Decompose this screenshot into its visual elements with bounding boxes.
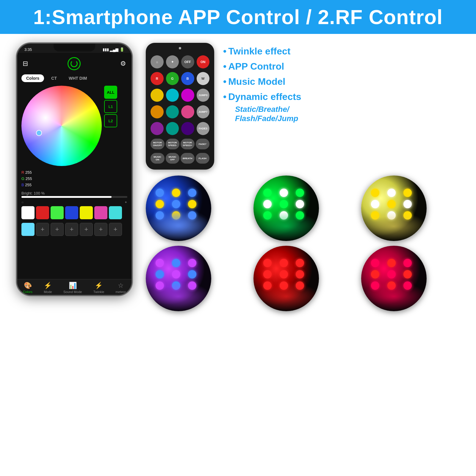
meteor-icon: ☆ [118, 282, 124, 289]
settings-icon[interactable]: ⚙ [120, 60, 126, 68]
nav-twinkle[interactable]: ⚡ Twinkle [93, 282, 104, 294]
remote-btn-mode2[interactable]: ✦ [166, 55, 179, 68]
right-section: ☼ ✦ OFF ON R G B W JUMP3 [146, 43, 464, 311]
app-top-bar: ⊟ ⚙ [21, 55, 127, 73]
swatch-add-1[interactable]: + [36, 223, 49, 236]
features-list: • Twinkle effect • APP Control • Music M… [223, 43, 464, 126]
swatch-cyan[interactable] [109, 206, 122, 219]
nav-meteor-label: meteor [116, 290, 126, 294]
remote-btn-motor-speed-up[interactable]: MOTOR SPEED+ [181, 139, 195, 149]
swatch-pink[interactable] [94, 206, 107, 219]
brightness-fill [21, 196, 112, 198]
nav-colors[interactable]: 🎨 Colors [23, 282, 32, 294]
led-dot [172, 259, 180, 267]
remote-btn-jump7[interactable]: JUMP7 [197, 105, 210, 118]
feature-twinkle-text: Twinkle effect [228, 46, 290, 57]
color-wheel[interactable] [21, 86, 102, 166]
nav-sound-mode[interactable]: 📊 Sound Mode [63, 282, 82, 294]
nav-meteor[interactable]: ☆ meteor [116, 282, 126, 294]
remote-btn-w[interactable]: W [197, 72, 210, 85]
remote-btn-g[interactable]: G [166, 72, 179, 85]
swatch-add-6[interactable]: + [109, 223, 122, 236]
led-dot [387, 200, 396, 208]
nav-mode[interactable]: ⚡ Mode [44, 282, 52, 294]
phone-signal: ▮▮▮ ▂▄▆ 🔋 [103, 47, 124, 52]
channel-l2[interactable]: L2 [104, 114, 117, 127]
remote-btn-fade3[interactable]: FADE3 [197, 122, 210, 135]
brightness-label: Bright: 100 % [21, 191, 127, 195]
led-dot [188, 270, 196, 278]
led-dot [387, 259, 396, 267]
led-dot [263, 200, 272, 208]
remote-btn-purple[interactable] [151, 122, 164, 135]
led-glow-6 [361, 282, 427, 311]
remote-btn-motor-speed-down[interactable]: MOTOR SPEED- [166, 139, 180, 149]
feature-sub-text: Static/Breathe/Flash/Fade/Jump [235, 105, 464, 123]
led-dot [172, 270, 180, 278]
remote-btn-teal2[interactable] [166, 122, 179, 135]
swatch-white[interactable] [21, 206, 35, 219]
feature-app: • APP Control [223, 61, 464, 72]
phone-bottom-nav: 🎨 Colors ⚡ Mode 📊 Sound Mode ⚡ Twinkle ☆ [17, 279, 131, 295]
rgb-g-label: G [21, 176, 24, 181]
remote-btn-r[interactable]: R [151, 72, 164, 85]
remote-btn-music-off[interactable]: MUSIC OFF [166, 153, 180, 164]
led-dot [156, 270, 164, 278]
led-dot [403, 259, 412, 267]
power-button[interactable] [68, 57, 81, 70]
color-wheel-container: ALL L1 L2 [21, 86, 127, 166]
remote-btn-magenta[interactable] [181, 89, 194, 102]
remote-btn-pink[interactable] [181, 105, 194, 118]
channel-l1[interactable]: L1 [104, 100, 117, 113]
remote-btn-b[interactable]: B [181, 72, 194, 85]
remote-btn-music-on[interactable]: MUSIC ON [151, 153, 165, 164]
led-dot [188, 211, 196, 220]
led-dot [263, 270, 272, 278]
tab-ct[interactable]: CT [46, 74, 62, 82]
swatch-add-3[interactable]: + [65, 223, 78, 236]
swatch-add-2[interactable]: + [51, 223, 64, 236]
channel-all[interactable]: ALL [104, 86, 117, 99]
led-dot [387, 270, 396, 278]
remote-btn-jump3[interactable]: JUMP3 [197, 89, 210, 102]
led-dot [371, 259, 379, 267]
remote-btn-yellow[interactable] [151, 89, 164, 102]
feature-app-text: APP Control [228, 61, 284, 72]
led-glow-4 [146, 282, 211, 311]
swatch-yellow[interactable] [80, 206, 93, 219]
remote-motor-row: MOTOR ON/OFF MOTOR SPEED- MOTOR SPEED+ F… [151, 139, 209, 149]
rgb-values: R 255 G 255 B 255 [21, 170, 127, 188]
brightness-bar[interactable] [21, 196, 127, 198]
phone-notch [54, 44, 95, 51]
sliders-icon[interactable]: ⊟ [23, 60, 28, 68]
led-dot [296, 259, 304, 267]
swatch-add-4[interactable]: + [80, 223, 93, 236]
remote-btn-mode1[interactable]: ☼ [151, 55, 164, 68]
led-dot [156, 211, 164, 220]
color-swatches [21, 206, 127, 219]
color-wheel-handle[interactable] [36, 130, 42, 136]
remote-btn-fade7[interactable]: FADE7 [196, 139, 210, 149]
led-dot [172, 200, 180, 208]
remote-btn-cyan[interactable] [166, 89, 179, 102]
swatch-red[interactable] [36, 206, 49, 219]
remote-btn-flash[interactable]: FLASH [196, 153, 210, 164]
remote-btn-off[interactable]: OFF [181, 55, 194, 68]
remote-btn-breath[interactable]: BREATH [181, 153, 195, 164]
swatch-add-5[interactable]: + [94, 223, 107, 236]
remote-btn-darkpurple[interactable] [181, 122, 194, 135]
remote-btn-orange[interactable] [151, 105, 164, 118]
tab-wht-dim[interactable]: WHT DIM [64, 74, 92, 82]
led-circle-5 [253, 246, 319, 311]
top-right: ☼ ✦ OFF ON R G B W JUMP3 [146, 43, 464, 170]
led-circle-4 [146, 246, 211, 311]
swatch-green[interactable] [51, 206, 64, 219]
tab-colors[interactable]: Colors [21, 74, 44, 82]
led-dot [387, 189, 396, 197]
remote-btn-teal[interactable] [166, 105, 179, 118]
swatch-blue[interactable] [65, 206, 78, 219]
remote-btn-on[interactable]: ON [197, 55, 210, 68]
remote-btn-motor-onoff[interactable]: MOTOR ON/OFF [151, 139, 165, 149]
swatch-lightblue[interactable] [21, 223, 35, 236]
led-dot [280, 200, 288, 208]
